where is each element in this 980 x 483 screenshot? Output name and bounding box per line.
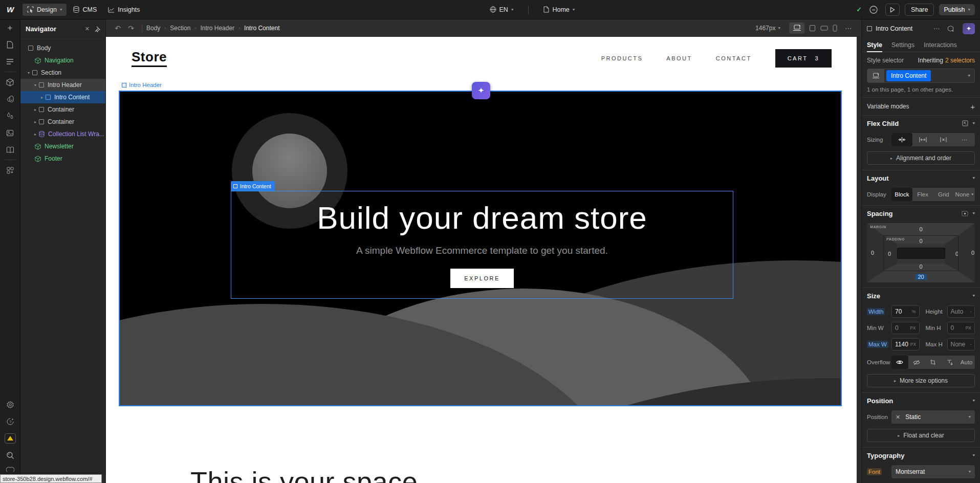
tree-item-intro-content[interactable]: ▸ Intro Content xyxy=(20,91,105,103)
site-logo[interactable]: Store xyxy=(132,49,167,67)
overflow-visible-icon[interactable] xyxy=(891,356,908,369)
insights-button[interactable]: Insights xyxy=(103,4,144,16)
tree-item-container[interactable]: ▸ Container xyxy=(20,103,105,116)
undo-icon[interactable]: ↶ xyxy=(111,24,124,32)
canvas-width-dropdown[interactable]: 1467px ▾ xyxy=(755,25,780,32)
flex-more-icon[interactable]: ⋯ xyxy=(954,133,975,146)
share-button[interactable]: Share xyxy=(905,4,934,16)
tab-settings[interactable]: Settings xyxy=(891,38,914,52)
pin-icon[interactable] xyxy=(95,26,100,32)
display-none-option[interactable]: None▾ xyxy=(954,188,975,201)
breakpoint-desktop-icon[interactable]: * xyxy=(789,23,804,34)
display-grid-option[interactable]: Grid xyxy=(933,188,954,201)
create-component-icon[interactable] xyxy=(947,25,955,33)
layout-section-header[interactable]: Layout ▾ xyxy=(862,170,980,186)
padding-right-value[interactable]: 0 xyxy=(955,251,959,257)
margin-left-value[interactable]: 0 xyxy=(871,250,874,256)
overflow-auto-option[interactable]: Auto xyxy=(958,356,975,369)
max-w-field[interactable]: 1140PX xyxy=(891,338,920,350)
display-flex-option[interactable]: Flex xyxy=(912,188,933,201)
breakpoint-phone-landscape-icon[interactable] xyxy=(820,26,828,31)
add-elements-icon[interactable]: + xyxy=(0,19,20,36)
chevron-down-icon[interactable]: ▾ xyxy=(972,211,975,215)
webflow-logo-icon[interactable]: W xyxy=(0,5,20,14)
height-field[interactable]: Auto- xyxy=(947,305,975,318)
float-clear-button[interactable]: ▸ Float and clear xyxy=(867,429,975,442)
help-icon[interactable]: ? xyxy=(0,413,20,430)
libraries-icon[interactable] xyxy=(0,141,20,158)
publish-button[interactable]: Publish ▾ xyxy=(939,4,975,15)
chevron-right-icon[interactable]: ▸ xyxy=(34,120,39,124)
position-section-header[interactable]: Position ▾ xyxy=(862,393,980,408)
margin-right-value[interactable]: 0 xyxy=(971,250,974,256)
padding-left-value[interactable]: 0 xyxy=(888,251,891,257)
padding-bottom-value[interactable]: 0 xyxy=(919,264,922,270)
chevron-down-icon[interactable]: ▾ xyxy=(972,121,975,125)
chevron-right-icon[interactable]: ▸ xyxy=(34,132,39,137)
font-dropdown[interactable]: Montserrat ▾ xyxy=(891,465,975,478)
add-variable-mode-icon[interactable]: + xyxy=(970,102,975,111)
more-size-options-button[interactable]: ▸ More size options xyxy=(867,374,975,387)
nav-link-about[interactable]: ABOUT xyxy=(666,55,692,61)
nav-link-products[interactable]: PRODUCTS xyxy=(601,55,643,61)
chat-icon[interactable] xyxy=(0,464,20,475)
max-h-field[interactable]: None- xyxy=(947,338,975,350)
ai-assistant-button[interactable]: ✦ xyxy=(963,23,975,34)
breadcrumb-section[interactable]: Section xyxy=(170,25,190,32)
alignment-order-button[interactable]: ▸ Alignment and order xyxy=(867,151,975,165)
clear-icon[interactable]: ✕ xyxy=(896,414,900,421)
explore-button[interactable]: EXPLORE xyxy=(450,269,513,288)
comments-icon[interactable] xyxy=(867,4,880,16)
tree-item-intro-header[interactable]: ▾ Intro Header xyxy=(20,79,105,91)
pages-icon[interactable] xyxy=(0,36,20,53)
chevron-down-icon[interactable]: ▾ xyxy=(972,176,975,180)
close-icon[interactable]: ✕ xyxy=(85,26,90,32)
corner-arrow-icon[interactable] xyxy=(962,120,968,126)
min-h-field[interactable]: 0PX xyxy=(947,322,975,334)
intro-content-selection-badge[interactable]: Intro Content xyxy=(231,181,275,191)
canvas-page[interactable]: Store PRODUCTS ABOUT CONTACT CART 3 Intr… xyxy=(106,37,857,483)
redo-icon[interactable]: ↷ xyxy=(124,24,138,32)
chevron-right-icon[interactable]: ▸ xyxy=(34,107,39,112)
apps-icon[interactable] xyxy=(0,162,20,179)
tree-item-collection-list[interactable]: ▸ Collection List Wra... xyxy=(20,128,105,140)
more-options-icon[interactable]: ⋯ xyxy=(933,25,940,32)
tree-item-footer[interactable]: Footer xyxy=(20,152,105,165)
overflow-hidden-icon[interactable] xyxy=(908,356,925,369)
settings-gear-icon[interactable] xyxy=(0,396,20,413)
tab-interactions[interactable]: Interactions xyxy=(924,38,957,52)
tree-item-container[interactable]: ▸ Container xyxy=(20,116,105,128)
hero-subtitle[interactable]: A simple Webflow Ecommerce template to g… xyxy=(356,245,608,256)
min-w-field[interactable]: 0PX xyxy=(891,322,920,334)
section-heading[interactable]: This is your space xyxy=(190,466,418,483)
breakpoint-tablet-icon[interactable] xyxy=(809,25,816,32)
selector-count-link[interactable]: 2 selectors xyxy=(945,57,975,64)
breadcrumb-intro-header[interactable]: Intro Header xyxy=(200,25,234,32)
tree-item-section[interactable]: ▾ Section xyxy=(20,67,105,79)
intro-header-section[interactable]: Intro Content Build your dream store A s… xyxy=(119,91,842,406)
tab-style[interactable]: Style xyxy=(867,38,882,52)
flex-child-section-header[interactable]: Flex Child ▾ xyxy=(862,116,980,131)
navigator-icon[interactable] xyxy=(0,53,20,70)
more-breakpoints-icon[interactable]: ⋯ xyxy=(842,24,855,32)
padding-top-value[interactable]: 0 xyxy=(919,238,922,244)
chevron-down-icon[interactable]: ▾ xyxy=(972,399,975,403)
style-selector-input[interactable]: * Intro Content ▾ xyxy=(867,69,975,83)
breadcrumb-body[interactable]: Body xyxy=(146,25,160,32)
display-block-option[interactable]: Block xyxy=(891,188,912,201)
page-selector[interactable]: Home ▾ xyxy=(539,4,579,16)
chevron-down-icon[interactable]: ▾ xyxy=(972,294,975,298)
margin-bottom-value[interactable]: 20 xyxy=(915,274,926,280)
spacing-section-header[interactable]: Spacing ▾ xyxy=(862,206,980,221)
spacing-settings-icon[interactable] xyxy=(962,211,968,216)
overflow-clip-icon[interactable] xyxy=(942,356,959,369)
cms-button[interactable]: CMS xyxy=(69,4,101,16)
hero-heading[interactable]: Build your dream store xyxy=(317,200,647,236)
size-section-header[interactable]: Size ▾ xyxy=(862,288,980,303)
chevron-down-icon[interactable]: ▾ xyxy=(28,71,32,75)
ai-suggest-handle[interactable]: ✦ xyxy=(472,82,490,99)
cart-button[interactable]: CART 3 xyxy=(775,49,832,68)
breadcrumb-intro-content[interactable]: Intro Content xyxy=(244,25,279,32)
typography-section-header[interactable]: Typography ▾ xyxy=(862,448,980,463)
intro-header-selection-label[interactable]: Intro Header xyxy=(122,82,162,88)
